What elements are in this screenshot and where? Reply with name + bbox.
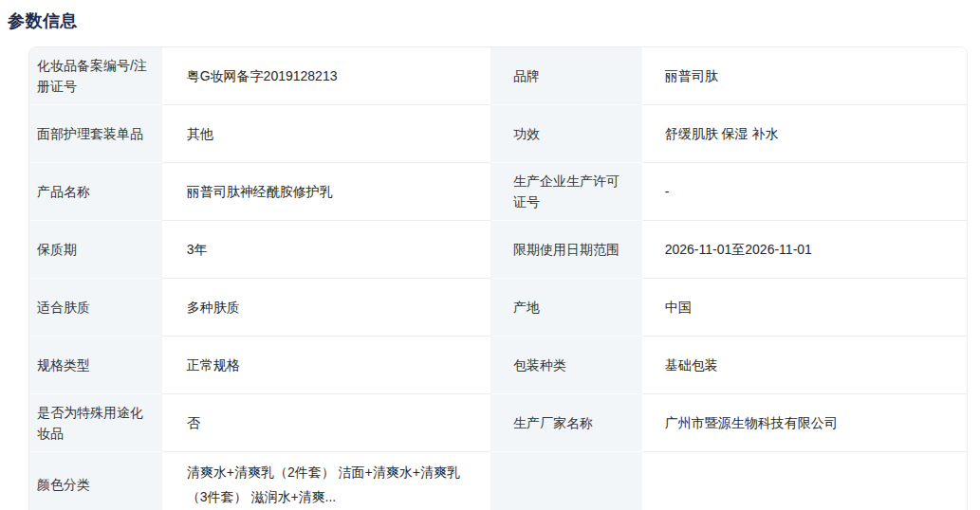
param-label: 生产厂家名称 xyxy=(490,394,642,452)
param-label: 功效 xyxy=(490,105,642,163)
param-value: 3年 xyxy=(162,221,490,279)
param-label: 保质期 xyxy=(29,221,162,279)
param-value: 清爽水+清爽乳（2件套） 洁面+清爽水+清爽乳（3件套） 滋润水+清爽... xyxy=(162,452,490,510)
param-label: 品牌 xyxy=(490,47,642,105)
param-label: 生产企业生产许可证号 xyxy=(490,163,642,221)
param-label: 是否为特殊用途化妆品 xyxy=(29,394,162,452)
param-value: 中国 xyxy=(642,279,967,337)
param-value: 其他 xyxy=(162,105,490,163)
param-value: 多种肤质 xyxy=(162,279,490,337)
param-label: 产品名称 xyxy=(29,163,162,221)
param-label: 面部护理套装单品 xyxy=(29,105,162,163)
param-value: 否 xyxy=(162,394,490,452)
param-value: 基础包装 xyxy=(642,337,967,394)
param-label xyxy=(490,452,642,510)
page-title: 参数信息 xyxy=(8,9,980,32)
param-value xyxy=(642,452,967,510)
param-label: 限期使用日期范围 xyxy=(490,221,642,279)
table-row: 是否为特殊用途化妆品 否 生产厂家名称 广州市暨源生物科技有限公司 xyxy=(29,394,967,452)
table-row: 化妆品备案编号/注册证号 粤G妆网备字2019128213 品牌 丽普司肽 xyxy=(29,47,967,105)
param-label: 包装种类 xyxy=(490,337,642,394)
param-label: 产地 xyxy=(490,279,642,337)
param-label: 适合肤质 xyxy=(29,279,162,337)
table-row: 产品名称 丽普司肽神经酰胺修护乳 生产企业生产许可证号 - xyxy=(29,163,967,221)
param-value: 广州市暨源生物科技有限公司 xyxy=(642,394,967,452)
params-table: 化妆品备案编号/注册证号 粤G妆网备字2019128213 品牌 丽普司肽 面部… xyxy=(28,46,968,510)
param-value: 粤G妆网备字2019128213 xyxy=(162,47,490,105)
param-value: 正常规格 xyxy=(162,337,490,394)
param-label: 化妆品备案编号/注册证号 xyxy=(29,47,162,105)
table-row: 规格类型 正常规格 包装种类 基础包装 xyxy=(29,337,967,394)
param-label: 颜色分类 xyxy=(29,452,162,510)
param-value: - xyxy=(642,163,967,221)
param-value: 2026-11-01至2026-11-01 xyxy=(642,221,967,279)
table-row: 适合肤质 多种肤质 产地 中国 xyxy=(29,279,967,337)
table-row: 颜色分类 清爽水+清爽乳（2件套） 洁面+清爽水+清爽乳（3件套） 滋润水+清爽… xyxy=(29,452,967,510)
param-label: 规格类型 xyxy=(29,337,162,394)
table-row: 面部护理套装单品 其他 功效 舒缓肌肤 保湿 补水 xyxy=(29,105,967,163)
table-row: 保质期 3年 限期使用日期范围 2026-11-01至2026-11-01 xyxy=(29,221,967,279)
param-value: 丽普司肽神经酰胺修护乳 xyxy=(162,163,490,221)
param-value: 丽普司肽 xyxy=(642,47,967,105)
param-value: 舒缓肌肤 保湿 补水 xyxy=(642,105,967,163)
